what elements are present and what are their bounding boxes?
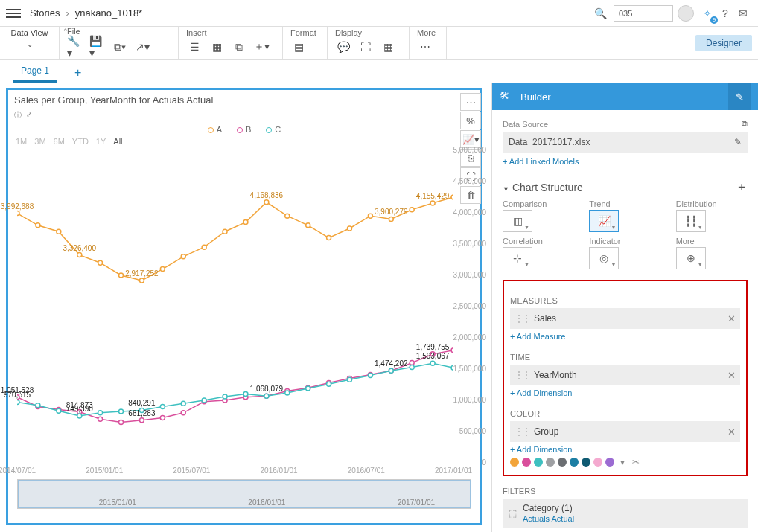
insert-table-icon[interactable]: ▦ <box>208 39 225 55</box>
chart-type-more[interactable]: ⊕▼ <box>676 247 706 269</box>
time-range-bar[interactable]: 1M 3M 6M YTD 1Y All <box>8 137 480 146</box>
range-3m[interactable]: 3M <box>34 137 45 146</box>
palette-swatch[interactable] <box>593 458 602 467</box>
copy-icon[interactable]: ⧉▾ <box>112 39 128 55</box>
svg-point-2 <box>57 229 61 234</box>
add-measure-link[interactable]: + Add Measure <box>510 332 740 341</box>
svg-point-1 <box>36 223 40 228</box>
comment-icon[interactable]: 💬 <box>335 39 351 55</box>
range-6m[interactable]: 6M <box>54 137 65 146</box>
time-chip-yearmonth[interactable]: ⋮⋮YearMonth ✕ <box>510 365 740 385</box>
palette-swatch[interactable] <box>582 458 590 467</box>
color-chip-group[interactable]: ⋮⋮Group ✕ <box>510 421 740 442</box>
help-icon[interactable]: ? <box>716 4 734 22</box>
data-label: 1,068,079 <box>250 385 284 393</box>
add-time-dimension-link[interactable]: + Add Dimension <box>510 388 740 397</box>
chart-menu-icon[interactable]: ⋯ <box>460 93 481 111</box>
svg-point-58 <box>306 386 310 391</box>
hamburger-menu[interactable] <box>6 6 21 21</box>
svg-point-19 <box>410 208 414 212</box>
chart-type-trend[interactable]: 📈▼ <box>589 210 619 232</box>
chart-card[interactable]: Sales per Group, YearMonth for Actuals A… <box>6 88 482 525</box>
svg-point-4 <box>98 260 103 265</box>
chart-type-comparison[interactable]: ▥▼ <box>503 210 532 232</box>
insert-more-icon[interactable]: ＋▾ <box>253 39 270 55</box>
data-label: 749,390 <box>66 405 93 413</box>
filter-chip-category[interactable]: ⬚ Category (1)Actuals Actual <box>503 499 748 528</box>
palette-swatch[interactable] <box>570 458 579 467</box>
color-palette[interactable]: ▾✂ <box>510 457 740 467</box>
more-icon[interactable]: ⋯ <box>417 39 433 55</box>
notifications-icon[interactable]: ✧9 <box>698 4 716 22</box>
breadcrumb-root[interactable]: Stories <box>30 7 60 19</box>
data-label: 1,474,202 <box>375 359 408 368</box>
chart-plot-area[interactable]: 0500,0001,000,0001,500,0002,000,0002,500… <box>17 150 453 463</box>
remove-color-icon[interactable]: ✕ <box>727 426 736 438</box>
svg-point-16 <box>347 226 351 231</box>
add-page-button[interactable]: + <box>70 63 86 83</box>
svg-point-9 <box>202 245 206 249</box>
highlighted-config-section: MEASURES ⋮⋮Sales ✕ + Add Measure TIME ⋮⋮… <box>503 280 748 476</box>
svg-point-61 <box>368 373 372 377</box>
tab-page-1[interactable]: Page 1 <box>13 61 57 83</box>
time-scrubber[interactable]: 2015/01/01 2016/01/01 2017/01/01 <box>17 479 471 509</box>
svg-point-18 <box>389 217 393 221</box>
chat-icon[interactable]: ✉ <box>734 4 752 22</box>
insert-text-icon[interactable]: ☰ <box>186 39 203 55</box>
breadcrumb-current: ynakano_1018* <box>75 7 142 19</box>
percent-button[interactable]: % <box>460 112 481 129</box>
designer-button[interactable]: Designer <box>695 35 752 51</box>
chart-legend: A B C <box>8 125 480 134</box>
range-1m[interactable]: 1M <box>16 137 27 146</box>
share-icon[interactable]: ↗▾ <box>134 39 150 55</box>
measure-chip-sales[interactable]: ⋮⋮Sales ✕ <box>510 308 740 329</box>
add-color-dimension-link[interactable]: + Add Dimension <box>510 445 740 454</box>
svg-point-7 <box>160 267 165 272</box>
chart-structure-section[interactable]: ▼Chart Structure ＋ <box>503 179 748 195</box>
palette-swatch[interactable] <box>546 458 555 467</box>
range-1y[interactable]: 1Y <box>96 137 106 146</box>
expand-mini-icon[interactable]: ⤢ <box>26 110 32 121</box>
add-structure-icon[interactable]: ＋ <box>736 179 748 195</box>
info-icon[interactable]: ⓘ <box>14 110 22 121</box>
toolbar-group-file: ⌃File 🔧▾ 💾▾ ⧉▾ ↗▾ <box>60 27 179 59</box>
fullscreen-icon[interactable]: ⛶ <box>357 39 374 55</box>
remove-time-icon[interactable]: ✕ <box>727 370 736 381</box>
remove-measure-icon[interactable]: ✕ <box>727 313 736 324</box>
palette-more-icon[interactable]: ▾ <box>620 457 625 467</box>
story-id-field[interactable]: 035 <box>614 5 673 22</box>
add-linked-models-link[interactable]: + Add Linked Models <box>503 157 748 166</box>
svg-point-20 <box>430 201 435 205</box>
svg-point-0 <box>17 211 19 216</box>
data-source-link-icon[interactable]: ⧉ <box>742 119 748 129</box>
chart-title: Sales per Group, YearMonth for Actuals A… <box>8 90 480 110</box>
chart-type-correlation[interactable]: ⊹▼ <box>503 247 532 269</box>
builder-collapse-icon[interactable]: ✎ <box>728 83 751 110</box>
grid-icon[interactable]: ▦ <box>380 39 396 55</box>
settings-icon[interactable]: 🔧▾ <box>67 39 83 55</box>
range-all[interactable]: All <box>113 137 122 146</box>
avatar[interactable] <box>678 5 694 22</box>
search-icon[interactable]: 🔍 <box>591 4 609 22</box>
palette-swatch[interactable] <box>558 458 567 467</box>
palette-swatch[interactable] <box>605 458 614 467</box>
svg-point-59 <box>327 382 331 386</box>
palette-swatch[interactable] <box>534 458 543 467</box>
save-icon[interactable]: 💾▾ <box>89 39 106 55</box>
range-ytd[interactable]: YTD <box>72 137 89 146</box>
insert-control-icon[interactable]: ⧉ <box>231 39 247 55</box>
chart-type-distribution[interactable]: ┇┇▼ <box>676 210 706 232</box>
edit-data-source-icon[interactable]: ✎ <box>734 137 742 147</box>
y-tick-label: 4,500,000 <box>453 177 487 185</box>
y-tick-label: 2,000,000 <box>453 333 487 342</box>
palette-swatch[interactable] <box>510 458 519 467</box>
delete-icon[interactable]: 🗑 <box>460 186 481 204</box>
data-view-toggle[interactable]: Data View ⌄ <box>0 27 60 59</box>
palette-edit-icon[interactable]: ✂ <box>632 457 640 467</box>
data-source-field[interactable]: Data_20171017.xlsx ✎ <box>503 132 748 153</box>
data-label: 840,291 <box>128 399 155 407</box>
chart-type-indicator[interactable]: ◎▼ <box>589 247 619 269</box>
svg-point-64 <box>430 361 435 365</box>
format-icon[interactable]: ▤ <box>290 39 307 55</box>
palette-swatch[interactable] <box>522 458 531 467</box>
